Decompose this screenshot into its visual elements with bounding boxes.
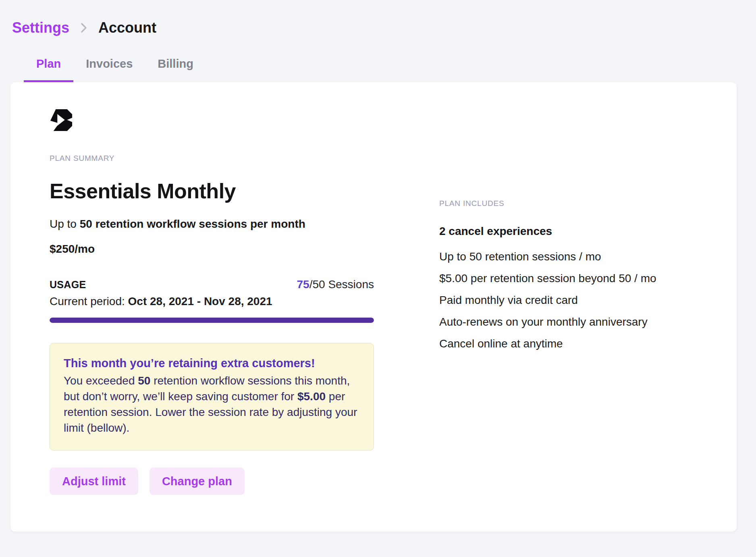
breadcrumb-settings-link[interactable]: Settings: [12, 19, 69, 36]
list-item: Auto-renews on your monthly anniversary: [439, 315, 689, 329]
chevron-right-icon: [81, 22, 87, 33]
usage-section: USAGE 75/50 Sessions Current period: Oct…: [50, 278, 374, 323]
includes-heading: 2 cancel experiences: [439, 225, 689, 238]
list-item: $5.00 per retention session beyond 50 / …: [439, 272, 689, 285]
brand-logo-icon: [50, 109, 73, 132]
allowance-prefix: Up to: [50, 218, 80, 230]
plan-price: $250/mo: [50, 243, 374, 256]
plan-actions: Adjust limit Change plan: [50, 468, 374, 495]
plan-name: Essentials Monthly: [50, 179, 374, 203]
usage-label: USAGE: [50, 279, 86, 291]
notice-bold-rate: $5.00: [297, 390, 326, 403]
page-header: Settings Account Plan Invoices Billing: [0, 0, 756, 82]
plan-allowance: Up to 50 retention workflow sessions per…: [50, 218, 374, 231]
usage-progress-bar: [50, 318, 374, 323]
plan-summary-section: PLAN SUMMARY Essentials Monthly Up to 50…: [50, 154, 374, 495]
list-item: Cancel online at anytime: [439, 337, 689, 351]
change-plan-button[interactable]: Change plan: [150, 468, 245, 495]
tab-billing[interactable]: Billing: [145, 57, 206, 82]
overage-notice: This month you’re retaining extra custom…: [50, 343, 374, 451]
usage-quota: /50 Sessions: [309, 278, 374, 291]
list-item: Up to 50 retention sessions / mo: [439, 250, 689, 264]
tab-bar: Plan Invoices Billing: [24, 57, 756, 82]
usage-count: 75/50 Sessions: [297, 278, 374, 291]
notice-bold-sessions: 50: [138, 374, 150, 387]
plan-includes-section: PLAN INCLUDES 2 cancel experiences Up to…: [439, 154, 689, 495]
usage-used-value: 75: [297, 278, 309, 291]
notice-body: You exceeded 50 retention workflow sessi…: [64, 373, 360, 436]
period-dates: Oct 28, 2021 - Nov 28, 2021: [128, 295, 272, 308]
plan-card: PLAN SUMMARY Essentials Monthly Up to 50…: [10, 82, 737, 532]
notice-text: You exceeded: [64, 374, 138, 387]
includes-list: Up to 50 retention sessions / mo $5.00 p…: [439, 250, 689, 351]
list-item: Paid monthly via credit card: [439, 293, 689, 307]
usage-period: Current period: Oct 28, 2021 - Nov 28, 2…: [50, 295, 374, 308]
page-title: Account: [98, 19, 156, 36]
usage-progress-fill: [50, 318, 374, 323]
breadcrumb: Settings Account: [12, 19, 756, 36]
tab-invoices[interactable]: Invoices: [73, 57, 145, 82]
period-prefix: Current period:: [50, 295, 128, 308]
adjust-limit-button[interactable]: Adjust limit: [50, 468, 138, 495]
plan-summary-label: PLAN SUMMARY: [50, 154, 374, 163]
tab-plan[interactable]: Plan: [24, 57, 73, 82]
notice-title: This month you’re retaining extra custom…: [64, 355, 360, 371]
allowance-detail: 50 retention workflow sessions per month: [80, 218, 305, 230]
plan-includes-label: PLAN INCLUDES: [439, 199, 689, 208]
